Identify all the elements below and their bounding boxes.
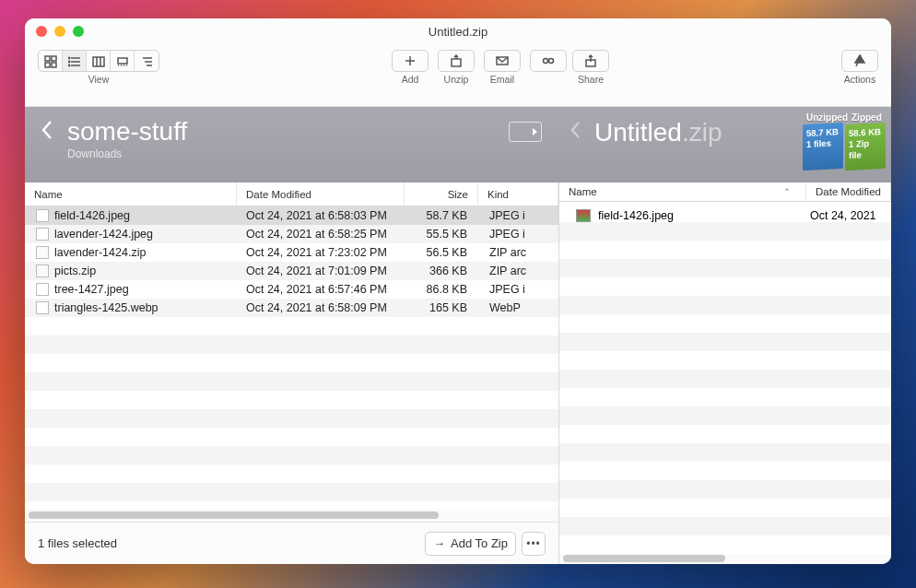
svg-rect-1 xyxy=(52,56,56,61)
actions-button[interactable] xyxy=(841,50,878,72)
view-icon-grid[interactable] xyxy=(39,51,63,72)
empty-row xyxy=(559,333,891,351)
empty-row xyxy=(25,372,558,391)
zip-file-icon xyxy=(36,265,49,277)
empty-row xyxy=(559,499,891,517)
svg-point-7 xyxy=(68,57,69,58)
share-button[interactable] xyxy=(572,50,609,72)
empty-row xyxy=(559,443,891,462)
add-to-zip-button[interactable]: → Add To Zip xyxy=(425,532,516,556)
svg-point-9 xyxy=(68,65,69,65)
empty-row xyxy=(559,480,891,499)
email-button[interactable] xyxy=(484,50,521,72)
email-label: Email xyxy=(490,74,514,85)
status-bar: 1 files selected → Add To Zip ••• xyxy=(25,522,558,564)
file-kind: WebP xyxy=(478,301,558,314)
zip-col-date[interactable]: Date Modified xyxy=(806,182,891,201)
empty-row xyxy=(559,277,891,296)
file-row[interactable]: lavender-1424.zipOct 24, 2021 at 7:23:02… xyxy=(25,243,558,262)
col-name[interactable]: Name xyxy=(25,182,237,206)
empty-row xyxy=(559,425,891,443)
zip-back-button xyxy=(569,119,587,147)
share-link-button[interactable] xyxy=(530,50,567,72)
minimize-window-button[interactable] xyxy=(54,26,65,37)
window-title: Untitled.zip xyxy=(25,25,891,39)
file-kind: JPEG i xyxy=(478,283,558,296)
svg-rect-3 xyxy=(52,63,56,67)
view-label: View xyxy=(88,74,110,85)
unzip-button[interactable] xyxy=(438,50,475,72)
file-name: lavender-1424.zip xyxy=(54,246,146,259)
file-name: triangles-1425.webp xyxy=(54,301,159,314)
file-row[interactable]: picts.zipOct 24, 2021 at 7:01:09 PM366 K… xyxy=(25,262,558,280)
actions-label: Actions xyxy=(844,74,875,85)
sort-ascending-icon: ⌃ xyxy=(783,187,791,196)
image-file-icon xyxy=(36,209,49,222)
folder-subtitle: Downloads xyxy=(67,147,187,160)
file-size: 55.5 KB xyxy=(405,228,478,241)
view-icon-gallery[interactable] xyxy=(111,51,135,72)
source-pane: Name Date Modified Size Kind field-1426.… xyxy=(25,182,559,564)
empty-row xyxy=(25,428,558,446)
add-button[interactable] xyxy=(392,50,429,72)
pathbar: some-stuff Downloads Untitled.zip Unzipp… xyxy=(25,107,891,182)
zip-col-name[interactable]: Name⌃ xyxy=(559,182,806,201)
zip-scrollbar[interactable] xyxy=(559,554,891,564)
selection-status: 1 files selected xyxy=(38,536,117,550)
zip-file-date: Oct 24, 2021 xyxy=(806,209,891,222)
zip-pane: Name⌃ Date Modified field-1426.jpegOct 2… xyxy=(559,182,891,564)
zip-title: Untitled.zip xyxy=(594,118,722,147)
file-row[interactable]: field-1426.jpegOct 24, 2021 at 6:58:03 P… xyxy=(25,206,558,225)
empty-row xyxy=(25,354,558,372)
view-icon-hierarchy[interactable] xyxy=(135,51,159,72)
file-size: 165 KB xyxy=(405,301,478,314)
source-scrollbar[interactable] xyxy=(25,509,558,522)
empty-row xyxy=(559,259,891,277)
svg-point-8 xyxy=(68,61,69,62)
zip-file-list[interactable]: field-1426.jpegOct 24, 2021 xyxy=(559,202,891,222)
toggle-panel-button[interactable] xyxy=(509,122,542,142)
file-size: 56.5 KB xyxy=(405,246,478,259)
svg-rect-10 xyxy=(93,57,104,66)
view-icon-list[interactable] xyxy=(63,51,87,72)
file-size: 58.7 KB xyxy=(405,209,478,222)
empty-row xyxy=(25,409,558,428)
empty-row xyxy=(559,241,891,259)
source-column-header: Name Date Modified Size Kind xyxy=(25,182,558,206)
empty-row xyxy=(559,462,891,480)
folder-title: some-stuff xyxy=(67,118,187,146)
app-window: Untitled.zip View Add Unzip Email . Shar… xyxy=(25,18,891,564)
more-options-button[interactable]: ••• xyxy=(522,532,546,556)
file-row[interactable]: triangles-1425.webpOct 24, 2021 at 6:58:… xyxy=(25,299,558,317)
empty-row xyxy=(25,446,558,465)
svg-point-26 xyxy=(549,59,554,64)
empty-row xyxy=(25,317,558,335)
col-kind[interactable]: Kind xyxy=(478,182,558,206)
empty-row xyxy=(559,351,891,370)
svg-rect-0 xyxy=(45,56,50,61)
maximize-window-button[interactable] xyxy=(73,26,84,37)
file-row[interactable]: lavender-1424.jpegOct 24, 2021 at 6:58:2… xyxy=(25,225,558,243)
col-size[interactable]: Size xyxy=(405,182,478,206)
svg-rect-2 xyxy=(45,63,50,67)
titlebar: Untitled.zip xyxy=(25,18,891,44)
view-icon-columns[interactable] xyxy=(87,51,111,72)
empty-row xyxy=(559,370,891,388)
file-size: 366 KB xyxy=(405,265,478,277)
file-kind: JPEG i xyxy=(478,228,558,241)
zip-file-row[interactable]: field-1426.jpegOct 24, 2021 xyxy=(559,202,891,222)
source-file-list[interactable]: field-1426.jpegOct 24, 2021 at 6:58:03 P… xyxy=(25,206,558,509)
empty-row xyxy=(25,391,558,409)
back-button[interactable] xyxy=(40,118,58,146)
file-name: lavender-1424.jpeg xyxy=(54,228,153,241)
share-label: Share xyxy=(578,74,604,85)
close-window-button[interactable] xyxy=(36,26,47,37)
empty-row xyxy=(559,388,891,406)
file-name: picts.zip xyxy=(54,265,96,277)
file-name: field-1426.jpeg xyxy=(54,209,130,222)
empty-row xyxy=(559,517,891,535)
empty-row xyxy=(559,406,891,425)
col-date-modified[interactable]: Date Modified xyxy=(237,182,405,206)
file-row[interactable]: tree-1427.jpegOct 24, 2021 at 6:57:46 PM… xyxy=(25,280,558,299)
empty-row xyxy=(25,335,558,354)
